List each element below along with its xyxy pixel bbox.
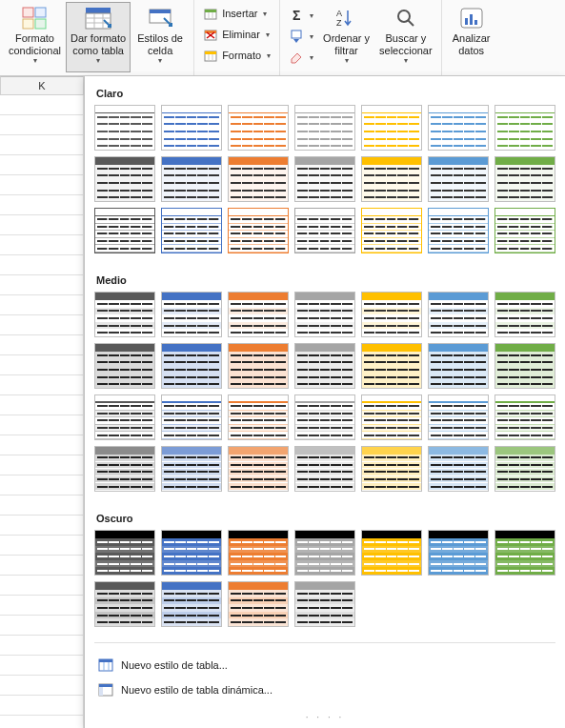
table-style-thumb[interactable] [94, 394, 155, 440]
svg-rect-4 [86, 8, 111, 13]
svg-rect-5 [86, 13, 111, 29]
analyze-data-button[interactable]: Analizar datos [446, 2, 497, 72]
table-style-thumb[interactable] [228, 208, 289, 253]
table-style-thumb[interactable] [428, 394, 489, 440]
table-style-thumb[interactable] [428, 292, 489, 337]
table-style-thumb[interactable] [494, 446, 555, 492]
table-style-thumb[interactable] [94, 156, 155, 202]
new-pivot-style-menuitem[interactable]: Nuevo estilo de tabla dinámica... [91, 677, 559, 702]
cell-styles-button[interactable]: Estilos de celda ▾ [131, 2, 190, 72]
table-style-thumb[interactable] [428, 446, 489, 492]
table-style-thumb[interactable] [294, 105, 355, 151]
table-style-thumb[interactable] [161, 343, 222, 389]
table-style-thumb[interactable] [228, 394, 289, 440]
worksheet-cells[interactable] [0, 95, 84, 728]
table-style-thumb[interactable] [428, 105, 489, 151]
svg-rect-31 [470, 14, 473, 25]
table-style-thumb[interactable] [428, 530, 489, 576]
format-as-table-button[interactable]: Dar formato como tabla ▾ [66, 2, 131, 72]
table-style-thumb[interactable] [228, 581, 289, 627]
pivot-table-icon [98, 682, 113, 698]
table-style-thumb[interactable] [361, 394, 422, 440]
chevron-down-icon: ▾ [158, 56, 162, 65]
table-style-thumb[interactable] [94, 343, 155, 389]
table-style-thumb[interactable] [428, 156, 489, 202]
table-style-thumb[interactable] [294, 292, 355, 337]
table-style-thumb[interactable] [428, 343, 489, 389]
table-style-thumb[interactable] [361, 105, 422, 151]
table-style-thumb[interactable] [294, 208, 355, 253]
table-style-thumb[interactable] [494, 530, 555, 576]
fill-button[interactable]: ▾ [286, 27, 316, 46]
sigma-icon: Σ [289, 8, 304, 23]
table-style-thumb[interactable] [494, 156, 555, 202]
svg-text:A: A [336, 9, 342, 18]
table-style-thumb[interactable] [94, 581, 155, 627]
table-style-thumb[interactable] [428, 208, 489, 253]
chevron-down-icon: ▾ [310, 53, 313, 62]
svg-rect-11 [150, 10, 171, 13]
insert-button[interactable]: Insertar ▾ [200, 4, 273, 23]
fill-down-icon [289, 29, 304, 44]
autosum-button[interactable]: Σ ▾ [286, 6, 316, 25]
table-style-thumb[interactable] [228, 156, 289, 202]
table-style-thumb[interactable] [228, 105, 289, 151]
chevron-down-icon: ▾ [404, 56, 408, 65]
svg-rect-30 [465, 18, 468, 25]
table-style-thumb[interactable] [94, 208, 155, 253]
table-style-thumb[interactable] [228, 530, 289, 576]
table-style-thumb[interactable] [161, 105, 222, 151]
resize-grip[interactable]: · · · · [85, 710, 565, 728]
table-style-thumb[interactable] [494, 208, 555, 253]
analyze-icon [457, 6, 486, 30]
table-style-thumb[interactable] [361, 208, 422, 253]
clear-button[interactable]: ▾ [286, 48, 316, 67]
table-style-thumb[interactable] [294, 581, 355, 627]
analysis-group: Analizar datos [442, 0, 501, 75]
table-style-thumb[interactable] [494, 343, 555, 389]
cell-styles-icon [146, 6, 174, 30]
find-select-button[interactable]: Buscar y seleccionar ▾ [374, 2, 437, 72]
table-style-thumb[interactable] [494, 292, 555, 337]
table-style-thumb[interactable] [161, 446, 222, 492]
table-style-thumb[interactable] [161, 156, 222, 202]
svg-rect-21 [205, 51, 216, 54]
delete-button[interactable]: Eliminar ▾ [200, 25, 273, 44]
svg-rect-34 [99, 659, 112, 662]
sort-filter-button[interactable]: AZ Ordenar y filtrar ▾ [318, 2, 374, 72]
table-style-thumb[interactable] [94, 446, 155, 492]
table-style-thumb[interactable] [294, 394, 355, 440]
table-style-thumb[interactable] [94, 530, 155, 576]
table-style-thumb[interactable] [228, 292, 289, 337]
table-style-thumb[interactable] [161, 394, 222, 440]
table-style-thumb[interactable] [361, 446, 422, 492]
table-style-thumb[interactable] [361, 292, 422, 337]
table-icon [98, 657, 113, 673]
conditional-format-button[interactable]: Formato condicional ▾ [4, 2, 66, 72]
table-style-thumb[interactable] [94, 292, 155, 337]
table-style-thumb[interactable] [94, 105, 155, 151]
editing-group: Σ ▾ ▾ ▾ AZ Ordenar y filtrar ▾ Buscar y … [280, 0, 442, 75]
table-style-thumb[interactable] [494, 105, 555, 151]
table-style-thumb[interactable] [161, 208, 222, 253]
insert-label: Insertar [222, 8, 257, 19]
table-style-thumb[interactable] [294, 446, 355, 492]
table-style-thumb[interactable] [294, 343, 355, 389]
delete-icon [203, 27, 218, 42]
table-style-thumb[interactable] [161, 581, 222, 627]
format-button[interactable]: Formato ▾ [200, 46, 273, 65]
table-style-thumb[interactable] [228, 446, 289, 492]
table-style-thumb[interactable] [494, 394, 555, 440]
table-style-thumb[interactable] [294, 156, 355, 202]
table-style-thumb[interactable] [294, 530, 355, 576]
table-style-thumb[interactable] [228, 343, 289, 389]
table-style-thumb[interactable] [161, 530, 222, 576]
ribbon: Formato condicional ▾ Dar formato como t… [0, 0, 565, 76]
section-title-dark: Oscuro [94, 507, 555, 530]
table-style-thumb[interactable] [361, 343, 422, 389]
table-style-thumb[interactable] [161, 292, 222, 337]
table-style-thumb[interactable] [361, 156, 422, 202]
table-style-thumb[interactable] [361, 530, 422, 576]
column-header[interactable]: K [0, 76, 84, 95]
new-table-style-menuitem[interactable]: Nuevo estilo de tabla... [91, 653, 559, 677]
